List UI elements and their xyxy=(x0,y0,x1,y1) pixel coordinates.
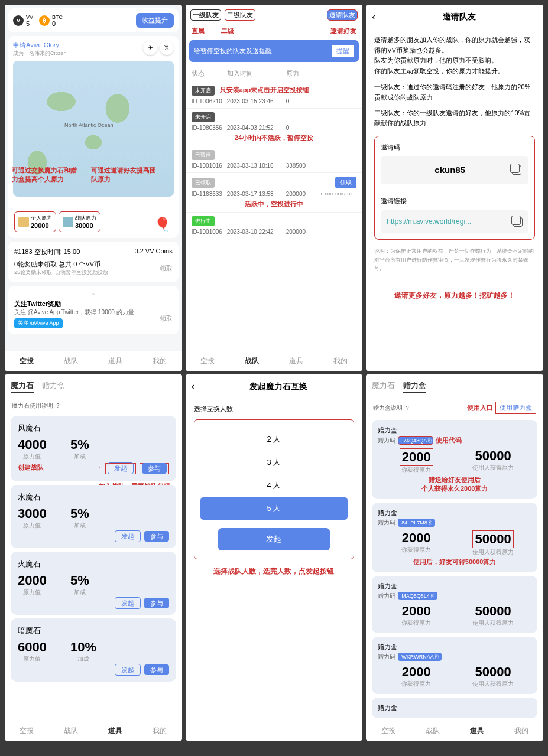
copy-icon[interactable] xyxy=(513,217,523,227)
vv-balance: V VV5 xyxy=(13,14,33,27)
tab-mine[interactable]: 我的 xyxy=(318,356,362,366)
tab-props[interactable]: 道具 xyxy=(274,356,319,366)
tab-airdrop[interactable]: 空投 xyxy=(366,726,410,736)
launch-button[interactable]: 发起 xyxy=(115,664,141,676)
table-row: 未开启 只安装app未点击开启空投按钮 ID-10062102023-03-15… xyxy=(186,82,363,108)
tab-team[interactable]: 战队 xyxy=(410,726,455,736)
twitter-icon[interactable]: 𝕏 xyxy=(160,41,174,55)
link-label: 邀请链接 xyxy=(381,196,528,207)
gift-card: 赠力盒 赠力码 WKRWRNAA ⎘ 2000你获得原力 50000使用人获得原… xyxy=(372,637,537,694)
option-4[interactable]: 4 人 xyxy=(200,474,348,497)
tab-stone[interactable]: 魔力石 xyxy=(11,380,34,393)
invite-link: https://m.avive.world/regi... xyxy=(387,216,513,227)
help-link[interactable]: 赠力盒说明 ？ xyxy=(373,404,410,412)
copy-icon[interactable] xyxy=(512,165,521,175)
tab-props[interactable]: 道具 xyxy=(93,726,138,736)
table-row: 已领取 领取 ID-11636332023-03-17 13:532000000… xyxy=(186,172,363,212)
gift-card: 赠力盒 赠力码 84LPL7M8 ⎘ 2000你获得原力 50000使用人获得原… xyxy=(372,503,537,572)
tab-airdrop[interactable]: 空投 xyxy=(5,356,49,366)
gift-card: 赠力盒 赠力码 L74Q48QA ⎘ 使用代码 2000你获得原力 50000使… xyxy=(372,420,537,499)
launch-button[interactable]: 发起 xyxy=(218,528,330,550)
invite-button[interactable]: 邀请队友 xyxy=(327,9,358,21)
stone-card: 风魔石 4000原力值 5%加成 创建战队→ 发起 参与 加入战队，需要战队代码 xyxy=(11,416,176,481)
tab-level1[interactable]: 一级队友 xyxy=(190,9,221,21)
join-button[interactable]: 参与 xyxy=(144,664,169,675)
option-5[interactable]: 5 人 xyxy=(200,497,348,520)
tab-airdrop[interactable]: 空投 xyxy=(5,726,49,736)
page-title: 发起魔力石互换 xyxy=(201,382,357,392)
back-icon[interactable]: ‹ xyxy=(372,11,375,23)
stone-card: 水魔石 3000原力值 5%加成 发起 参与 xyxy=(11,485,176,548)
code-label: 邀请码 xyxy=(381,142,528,153)
launch-button[interactable]: 发起 xyxy=(115,530,141,542)
tab-mine[interactable]: 我的 xyxy=(138,726,182,736)
team-power: 战队原力30000 xyxy=(59,211,100,232)
table-row: 已暂停 ID-10010162023-03-13 10:16338500 xyxy=(186,146,363,172)
boost-button[interactable]: 收益提升 xyxy=(136,13,174,28)
gift-code[interactable]: L74Q48QA ⎘ xyxy=(398,436,433,445)
help-link[interactable]: 魔力石使用说明 ？ xyxy=(5,399,182,412)
btc-balance: ₿ BTC0 xyxy=(39,14,63,27)
gift-code[interactable]: WKRWRNAA ⎘ xyxy=(398,653,441,661)
launch-button[interactable]: 发起 xyxy=(115,597,141,609)
tab-level2[interactable]: 二级队友 xyxy=(225,9,255,21)
twitter-claim-button[interactable]: 领取 xyxy=(160,314,173,323)
tab-airdrop[interactable]: 空投 xyxy=(186,356,230,366)
tab-team[interactable]: 战队 xyxy=(49,356,93,366)
option-2[interactable]: 2 人 xyxy=(200,428,348,451)
tab-props[interactable]: 道具 xyxy=(455,726,499,736)
remind-bar: 给暂停空投的队友发送提醒 提醒 xyxy=(189,40,359,62)
balloon-icon: 🎈 xyxy=(154,217,170,232)
table-row: 进行中 ID-10010062023-03-10 22:42200000 xyxy=(186,212,363,239)
launch-button[interactable]: 发起 xyxy=(108,462,134,474)
use-gift-button[interactable]: 使用赠力盒 xyxy=(495,402,536,414)
stone-card: 火魔石 2000原力值 5%加成 发起 参与 xyxy=(11,552,176,615)
table-row: 未开启 ID-19803562023-04-03 21:520 24小时内不活跃… xyxy=(186,108,363,146)
join-button[interactable]: 参与 xyxy=(144,531,169,542)
invite-code: ckun85 xyxy=(388,163,512,177)
join-button[interactable]: 参与 xyxy=(144,598,169,608)
follow-twitter-button[interactable]: 关注 @Avive App xyxy=(14,318,63,328)
page-title: 邀请队友 xyxy=(381,12,537,22)
tab-team[interactable]: 战队 xyxy=(49,726,93,736)
option-3[interactable]: 3 人 xyxy=(200,451,348,474)
claim-button[interactable]: 领取 xyxy=(335,177,356,188)
gift-code[interactable]: 84LPL7M8 ⎘ xyxy=(398,519,435,527)
tab-gift[interactable]: 赠力盒 xyxy=(403,380,426,393)
claim-button[interactable]: 领取 xyxy=(160,264,173,273)
tab-mine[interactable]: 我的 xyxy=(499,726,543,736)
join-button[interactable]: 参与 xyxy=(142,463,167,474)
gift-card: 赠力盒 赠力码 MAQ5Q8L4 ⎘ 2000你获得原力 50000使用人获得原… xyxy=(372,576,537,633)
telegram-icon[interactable]: ✈ xyxy=(143,41,157,55)
personal-power: 个人原力20000 xyxy=(14,211,56,232)
tab-stone[interactable]: 魔力石 xyxy=(372,380,395,393)
reward-line: 0轮奖励未领取 总共 0 个VV币 xyxy=(14,260,108,269)
remind-button[interactable]: 提醒 xyxy=(332,45,354,57)
tab-mine[interactable]: 我的 xyxy=(138,356,182,366)
stone-card: 暗魔石 6000原力值 10%加成 发起 参与 xyxy=(11,618,176,682)
gift-code[interactable]: MAQ5Q8L4 ⎘ xyxy=(398,592,437,600)
back-icon[interactable]: ‹ xyxy=(192,380,195,393)
tab-team[interactable]: 战队 xyxy=(230,356,274,366)
tab-props[interactable]: 道具 xyxy=(93,356,138,366)
subtitle: 选择互换人数 xyxy=(194,405,355,413)
tab-gift[interactable]: 赠力盒 xyxy=(42,380,65,393)
